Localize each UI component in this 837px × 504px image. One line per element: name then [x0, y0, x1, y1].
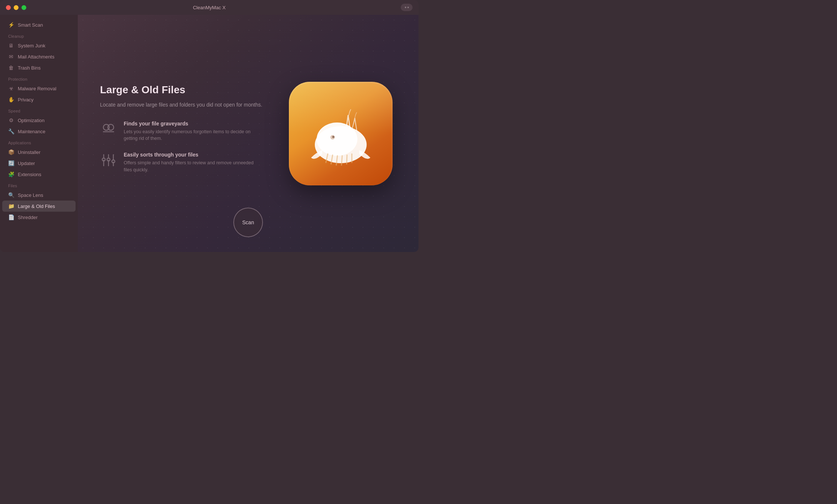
maximize-button[interactable] — [21, 5, 26, 10]
close-button[interactable] — [6, 5, 11, 10]
feature-text-1: Finds your file graveyards Lets you easi… — [124, 121, 263, 142]
feature-desc-1: Lets you easily identify numerous forgot… — [124, 128, 263, 142]
section-label-cleanup: Cleanup — [0, 30, 78, 40]
svg-point-11 — [112, 160, 115, 163]
feature-item-2: Easily sorts through your files Offers s… — [100, 152, 263, 174]
smart-scan-icon: ⚡ — [8, 22, 14, 28]
svg-line-18 — [347, 155, 347, 164]
left-content: Large & Old Files Locate and remove larg… — [100, 84, 263, 183]
sidebar: ⚡ Smart Scan Cleanup 🖥 System Junk ✉ Mai… — [0, 15, 78, 252]
traffic-lights — [6, 5, 26, 10]
sidebar-item-shredder[interactable]: 📄 Shredder — [2, 212, 76, 223]
menu-button[interactable] — [401, 4, 413, 11]
page-title: Large & Old Files — [100, 84, 263, 96]
app-icon — [289, 82, 393, 185]
optimization-icon: ⚙ — [8, 117, 14, 123]
main-content: ⚡ Smart Scan Cleanup 🖥 System Junk ✉ Mai… — [0, 15, 418, 252]
feature-icon-sorts — [100, 152, 117, 169]
svg-point-1 — [108, 124, 114, 130]
page-description: Locate and remove large files and folder… — [100, 101, 263, 109]
sidebar-item-updater[interactable]: 🔄 Updater — [2, 158, 76, 169]
section-label-speed: Speed — [0, 105, 78, 115]
sidebar-item-trash-bins[interactable]: 🗑 Trash Bins — [2, 62, 76, 73]
sidebar-label-uninstaller: Uninstaller — [18, 149, 40, 155]
sidebar-label-shredder: Shredder — [18, 215, 37, 220]
svg-point-8 — [107, 158, 110, 161]
section-label-files: Files — [0, 180, 78, 189]
sidebar-label-space-lens: Space Lens — [18, 192, 43, 198]
sidebar-label-optimization: Optimization — [18, 118, 44, 123]
content-area: Large & Old Files Locate and remove larg… — [78, 63, 418, 204]
feature-desc-2: Offers simple and handy filters to revie… — [124, 159, 263, 174]
svg-line-17 — [341, 156, 342, 165]
feature-title-2: Easily sorts through your files — [124, 152, 263, 158]
window-title: CleanMyMac X — [193, 5, 226, 10]
mail-icon: ✉ — [8, 54, 14, 60]
sidebar-item-malware-removal[interactable]: ☣ Malware Removal — [2, 83, 76, 94]
sidebar-item-maintenance[interactable]: 🔧 Maintenance — [2, 126, 76, 137]
sidebar-item-system-junk[interactable]: 🖥 System Junk — [2, 40, 76, 51]
uninstaller-icon: 📦 — [8, 149, 14, 155]
svg-point-21 — [332, 136, 334, 138]
sidebar-label-malware-removal: Malware Removal — [18, 86, 56, 91]
feature-item-1: Finds your file graveyards Lets you easi… — [100, 121, 263, 142]
sidebar-item-smart-scan[interactable]: ⚡ Smart Scan — [2, 19, 76, 30]
sidebar-label-extensions: Extensions — [18, 172, 41, 177]
shredder-icon: 📄 — [8, 214, 14, 220]
sidebar-item-privacy[interactable]: ✋ Privacy — [2, 94, 76, 105]
sidebar-label-smart-scan: Smart Scan — [18, 22, 43, 28]
section-label-protection: Protection — [0, 73, 78, 83]
sidebar-item-mail-attachments[interactable]: ✉ Mail Attachments — [2, 51, 76, 62]
sidebar-item-uninstaller[interactable]: 📦 Uninstaller — [2, 147, 76, 158]
updater-icon: 🔄 — [8, 160, 14, 166]
feature-text-2: Easily sorts through your files Offers s… — [124, 152, 263, 174]
sidebar-label-large-old-files: Large & Old Files — [18, 204, 55, 209]
trash-icon: 🗑 — [8, 65, 14, 71]
section-label-applications: Applications — [0, 137, 78, 147]
scan-button[interactable]: Scan — [233, 208, 263, 237]
sidebar-label-updater: Updater — [18, 161, 35, 166]
title-bar: CleanMyMac X — [0, 0, 418, 15]
sidebar-item-space-lens[interactable]: 🔍 Space Lens — [2, 189, 76, 201]
extensions-icon: 🧩 — [8, 171, 14, 177]
whale-illustration — [304, 97, 378, 171]
app-window: CleanMyMac X ⚡ Smart Scan Cleanup 🖥 Syst… — [0, 0, 418, 252]
feature-icon-graveyards — [100, 121, 117, 138]
system-junk-icon: 🖥 — [8, 43, 14, 48]
privacy-icon: ✋ — [8, 97, 14, 103]
menu-dot — [405, 7, 406, 8]
sidebar-item-extensions[interactable]: 🧩 Extensions — [2, 169, 76, 180]
sidebar-item-large-old-files[interactable]: 📁 Large & Old Files — [2, 201, 76, 212]
sidebar-label-privacy: Privacy — [18, 97, 34, 103]
svg-point-13 — [317, 122, 357, 156]
svg-point-5 — [102, 158, 105, 161]
feature-title-1: Finds your file graveyards — [124, 121, 263, 127]
sidebar-label-maintenance: Maintenance — [18, 129, 45, 134]
large-old-files-icon: 📁 — [8, 203, 14, 209]
sidebar-item-optimization[interactable]: ⚙ Optimization — [2, 115, 76, 126]
app-icon-container — [285, 78, 396, 189]
menu-dot — [407, 7, 409, 8]
scan-button-wrapper: Scan — [233, 208, 263, 237]
sidebar-label-mail-attachments: Mail Attachments — [18, 54, 54, 60]
malware-icon: ☣ — [8, 85, 14, 91]
main-panel: Large & Old Files Locate and remove larg… — [78, 15, 418, 252]
maintenance-icon: 🔧 — [8, 128, 14, 134]
minimize-button[interactable] — [14, 5, 19, 10]
space-lens-icon: 🔍 — [8, 192, 14, 198]
sidebar-label-trash-bins: Trash Bins — [18, 65, 41, 71]
sidebar-label-system-junk: System Junk — [18, 43, 45, 48]
